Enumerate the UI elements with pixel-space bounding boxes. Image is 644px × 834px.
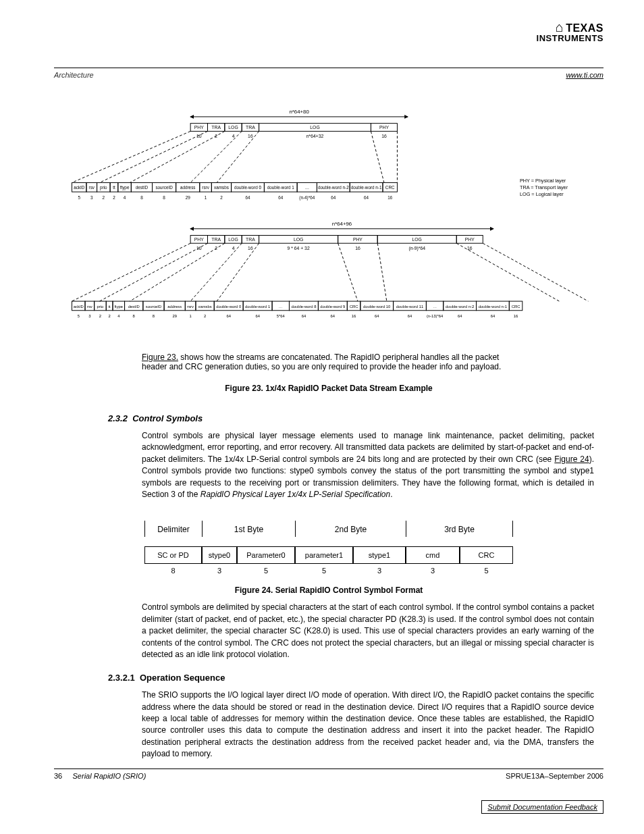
svg-text:double-word 0: double-word 0 [234, 185, 262, 190]
figure23-para-a: shows how the streams are concatenated. … [178, 353, 499, 362]
para-control-symbols-1: Control symbols are physical layer messa… [142, 430, 594, 500]
svg-text:n*64+80: n*64+80 [289, 109, 309, 115]
svg-text:2: 2 [113, 195, 115, 200]
svg-text:64: 64 [302, 314, 306, 318]
svg-text:rsrv: rsrv [202, 185, 209, 190]
f-crc: CRC [460, 546, 513, 564]
page-footer: 36 Serial RapidIO (SRIO) SPRUE13A–Septem… [54, 764, 603, 814]
svg-text:(n-4)*64: (n-4)*64 [299, 195, 315, 201]
svg-text:64: 64 [278, 195, 284, 200]
svg-text:64: 64 [408, 314, 412, 318]
svg-text:2: 2 [220, 195, 223, 200]
svg-text:TRA: TRA [211, 125, 221, 130]
svg-text:address: address [180, 185, 196, 190]
svg-text:PHY: PHY [194, 237, 204, 242]
svg-text:double-word 8: double-word 8 [291, 305, 316, 309]
svg-text:ftype: ftype [114, 305, 123, 309]
b-cmd: 3 [406, 564, 460, 577]
svg-text:2: 2 [108, 314, 110, 318]
b-scpd: 8 [144, 564, 202, 577]
figure24-link[interactable]: Figure 24 [554, 454, 589, 464]
svg-text:64: 64 [255, 314, 260, 318]
svg-text:PHY: PHY [465, 237, 475, 242]
svg-line-20 [72, 131, 191, 182]
hdr-delimiter: Delimiter [144, 521, 202, 537]
svg-text:2: 2 [204, 314, 206, 318]
logo-top-text: TEXAS [566, 22, 603, 34]
svg-text:64: 64 [491, 314, 495, 318]
svg-text:16: 16 [248, 246, 253, 251]
svg-text:double-word 11: double-word 11 [396, 305, 423, 309]
b-param1: 5 [295, 564, 353, 577]
svg-text:CRC: CRC [385, 185, 395, 190]
footer-right: SPRUE13A–September 2006 [506, 772, 603, 780]
svg-line-21 [99, 131, 207, 182]
svg-text:xamsbs: xamsbs [214, 185, 229, 190]
svg-text:LOG: LOG [412, 237, 422, 242]
b-param0: 5 [237, 564, 295, 577]
svg-text:destID: destID [136, 185, 149, 190]
hdr-2nd-byte: 2nd Byte [295, 521, 406, 537]
para-operation-sequence: The SRIO supports the I/O logical layer … [142, 689, 594, 760]
svg-text:LOG: LOG [228, 237, 238, 242]
svg-text:2: 2 [99, 314, 101, 318]
b-stype0: 3 [202, 564, 237, 577]
svg-text:tt: tt [108, 305, 111, 309]
figure23-caption-para: Figure 23. shows how the streams are con… [142, 353, 603, 371]
svg-text:4: 4 [232, 246, 235, 251]
svg-text:16: 16 [381, 134, 387, 138]
svg-text:(n-13)*64: (n-13)*64 [427, 314, 444, 318]
header-url[interactable]: www.ti.com [566, 71, 603, 79]
svg-text:ackID: ackID [74, 185, 85, 190]
svg-text:16: 16 [355, 246, 360, 251]
svg-text:PHY: PHY [353, 237, 363, 242]
svg-text:double-word n-1: double-word n-1 [351, 185, 382, 190]
svg-text:2: 2 [103, 195, 105, 200]
svg-line-112 [483, 243, 588, 301]
svg-text:TRA: TRA [211, 237, 221, 242]
svg-text:TRA = Transport layer: TRA = Transport layer [520, 184, 568, 190]
f-scpd: SC or PD [144, 546, 202, 564]
figure23-link[interactable]: Figure 23. [142, 353, 178, 362]
svg-text:3: 3 [88, 314, 90, 318]
chip-icon: ⌂ [556, 20, 564, 34]
b-stype1: 3 [353, 564, 406, 577]
svg-text:destID: destID [128, 305, 140, 309]
svg-text:5: 5 [78, 314, 80, 318]
svg-line-109 [338, 243, 358, 301]
svg-line-107 [190, 243, 242, 301]
svg-text:double-word n-2: double-word n-2 [318, 185, 349, 190]
f-stype0: stype0 [202, 546, 237, 564]
page-header: Architecture www.ti.com [54, 71, 603, 80]
header-left: Architecture [54, 71, 94, 79]
figure23-svg: n*64+80 PHY TRA LOG TRA LOG PHY 10 2 4 1… [59, 101, 599, 344]
svg-line-111 [456, 243, 559, 301]
svg-text:double-word n-2: double-word n-2 [446, 305, 474, 309]
svg-text:64: 64 [226, 314, 231, 318]
svg-text:n*64+96: n*64+96 [332, 221, 352, 227]
ti-logo: ⌂ TEXAS INSTRUMENTS [537, 20, 603, 43]
svg-text:sourceID: sourceID [146, 305, 161, 309]
f-stype1: stype1 [353, 546, 406, 564]
svg-text:PHY: PHY [379, 125, 389, 130]
svg-text:LOG: LOG [294, 237, 303, 242]
svg-text:4: 4 [117, 314, 120, 318]
feedback-link[interactable]: Submit Documentation Feedback [481, 800, 603, 814]
svg-text:double-word 0: double-word 0 [216, 305, 242, 309]
svg-text:16: 16 [514, 314, 518, 318]
svg-text:LOG: LOG [310, 125, 319, 130]
svg-line-104 [72, 243, 191, 301]
svg-text:64: 64 [245, 195, 250, 200]
svg-text:LOG: LOG [228, 125, 238, 130]
svg-line-108 [217, 243, 259, 301]
svg-text:ackID: ackID [74, 305, 84, 309]
svg-text:4: 4 [124, 195, 126, 200]
svg-text:prio: prio [97, 305, 104, 309]
svg-line-105 [99, 243, 207, 301]
svg-text:1: 1 [205, 195, 207, 200]
svg-text:8: 8 [153, 314, 155, 318]
f-param0: Parameter0 [237, 546, 295, 564]
svg-line-24 [217, 131, 259, 182]
svg-text:64: 64 [375, 314, 379, 318]
svg-text:…: … [279, 305, 283, 309]
